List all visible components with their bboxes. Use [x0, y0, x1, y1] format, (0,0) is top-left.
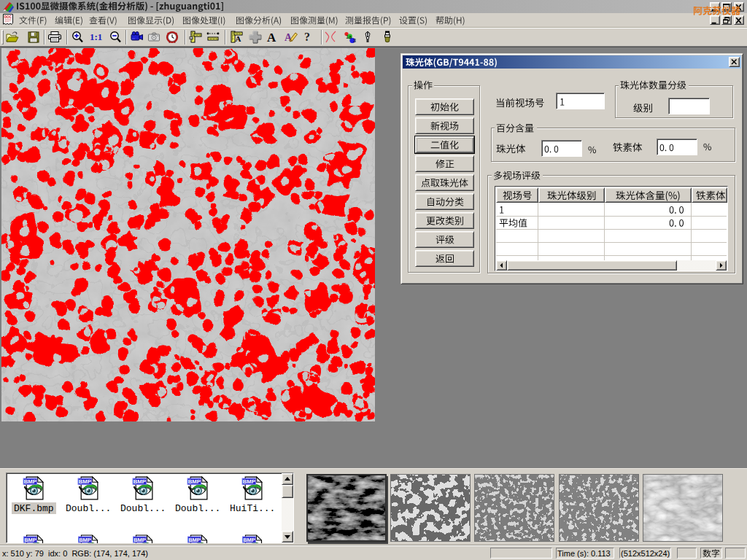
svg-text:a: a: [349, 34, 352, 39]
svg-text:A: A: [236, 34, 241, 43]
svg-text:DOC: DOC: [4, 15, 12, 19]
svg-text:3: 3: [353, 38, 356, 43]
